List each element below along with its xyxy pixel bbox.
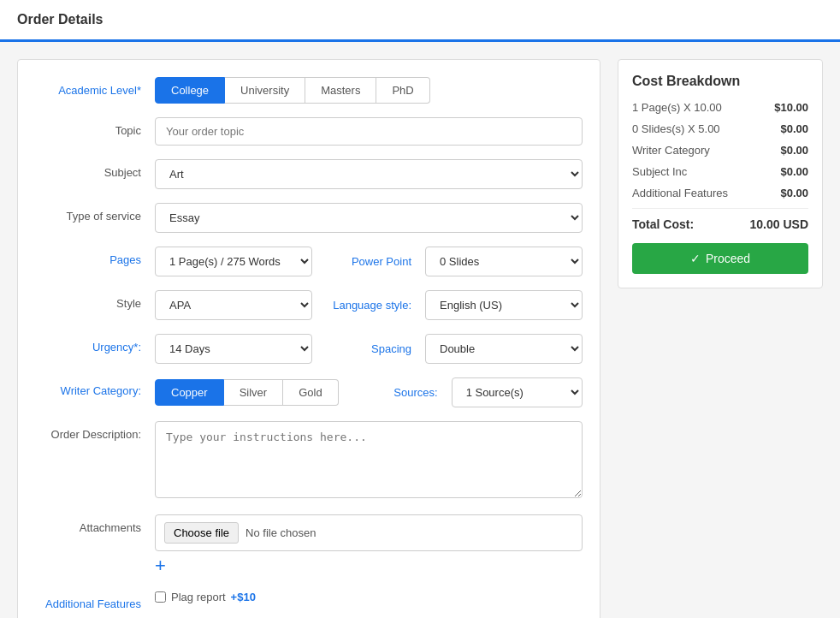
topic-label: Topic [35,117,155,137]
cost-breakdown-sidebar: Cost Breakdown 1 Page(s) X 10.00 $10.00 … [618,59,823,618]
language-style-label: Language style: [326,299,411,312]
cost-value-0: $10.00 [774,101,808,114]
cost-breakdown-card: Cost Breakdown 1 Page(s) X 10.00 $10.00 … [618,59,823,288]
proceed-label: Proceed [706,252,750,265]
choose-file-button[interactable]: Choose file [164,522,239,544]
cost-label-3: Subject Inc [632,165,687,178]
total-cost-summary-value: 10.00 USD [750,217,808,231]
level-btn-college[interactable]: College [155,77,225,104]
level-btn-masters[interactable]: Masters [305,77,376,104]
total-cost-summary-label: Total Cost: [632,217,694,231]
total-cost-summary: Total Cost: 10.00 USD [632,217,808,231]
cost-value-1: $0.00 [780,122,808,135]
cost-row-1: 0 Slides(s) X 5.00 $0.00 [632,122,808,135]
sources-label: Sources: [352,386,438,399]
order-description-control [155,421,583,501]
writer-btn-gold[interactable]: Gold [283,379,338,406]
plag-report-price: +$10 [231,591,256,603]
spacing-label: Spacing [326,342,411,355]
academic-level-buttons: College University Masters PhD [155,77,583,104]
style-area: APA Language style: English (US) [155,290,583,320]
order-description-label: Order Description: [35,421,155,441]
writer-category-label: Writer Category: [35,377,155,397]
cost-value-2: $0.00 [780,144,808,157]
add-more-icon[interactable]: + [155,555,583,577]
pages-select[interactable]: 1 Page(s) / 275 Words [155,247,312,276]
attachments-label: Attachments [35,514,155,534]
writer-category-area: Copper Silver Gold Sources: 1 Source(s) [155,377,583,407]
plag-report-checkbox[interactable] [155,591,166,603]
cost-row-4: Additional Features $0.00 [632,187,808,199]
academic-level-controls: College University Masters PhD [155,77,583,104]
pages-label: Pages [35,247,155,266]
power-point-label: Power Point [326,255,411,268]
page-header: Order Details [0,0,840,42]
subject-select[interactable]: Art [155,159,583,189]
sources-select[interactable]: 1 Source(s) [452,377,583,407]
no-file-text: No file chosen [245,526,316,539]
level-btn-university[interactable]: University [225,77,305,104]
style-select[interactable]: APA [155,290,312,320]
cost-label-4: Additional Features [632,187,728,199]
topic-input[interactable] [155,117,583,146]
urgency-select[interactable]: 14 Days [155,334,312,364]
cost-label-0: 1 Page(s) X 10.00 [632,101,722,114]
order-description-textarea[interactable] [155,421,583,498]
plag-report-row: Plag report +$10 [155,591,583,603]
plag-report-label: Plag report [171,591,226,603]
cost-value-3: $0.00 [780,165,808,178]
cost-row-0: 1 Page(s) X 10.00 $10.00 [632,101,808,114]
level-btn-phd[interactable]: PhD [376,77,429,104]
topic-control [155,117,583,146]
cost-row-2: Writer Category $0.00 [632,144,808,157]
cost-value-4: $0.00 [780,187,808,199]
writer-category-buttons: Copper Silver Gold [155,379,339,406]
cost-label-1: 0 Slides(s) X 5.00 [632,122,720,135]
pages-area: 1 Page(s) / 275 Words Power Point 0 Slid… [155,247,583,276]
cost-label-2: Writer Category [632,144,710,157]
cost-row-3: Subject Inc $0.00 [632,165,808,178]
spacing-select[interactable]: Double [425,334,583,364]
urgency-area: 14 Days Spacing Double [155,334,583,364]
additional-features-control: Plag report +$10 [155,591,583,603]
additional-features-label: Additional Features [35,591,155,610]
writer-btn-copper[interactable]: Copper [155,379,224,406]
file-area: Choose file No file chosen [155,514,583,551]
subject-label: Subject [35,159,155,179]
subject-control: Art [155,159,583,189]
cost-breakdown-title: Cost Breakdown [632,74,808,89]
service-select[interactable]: Essay [155,203,583,233]
style-label: Style [35,290,155,310]
proceed-checkmark: ✓ [690,252,701,265]
service-label: Type of service [35,203,155,223]
attachments-control: Choose file No file chosen + [155,514,583,577]
order-form: Academic Level* College University Maste… [17,59,600,618]
proceed-button[interactable]: ✓ Proceed [632,243,808,274]
service-control: Essay [155,203,583,233]
cost-divider [632,208,808,209]
language-style-select[interactable]: English (US) [425,290,583,320]
academic-level-label: Academic Level* [35,77,155,97]
urgency-label: Urgency*: [35,334,155,354]
power-point-select[interactable]: 0 Slides [425,247,583,276]
writer-btn-silver[interactable]: Silver [224,379,284,406]
